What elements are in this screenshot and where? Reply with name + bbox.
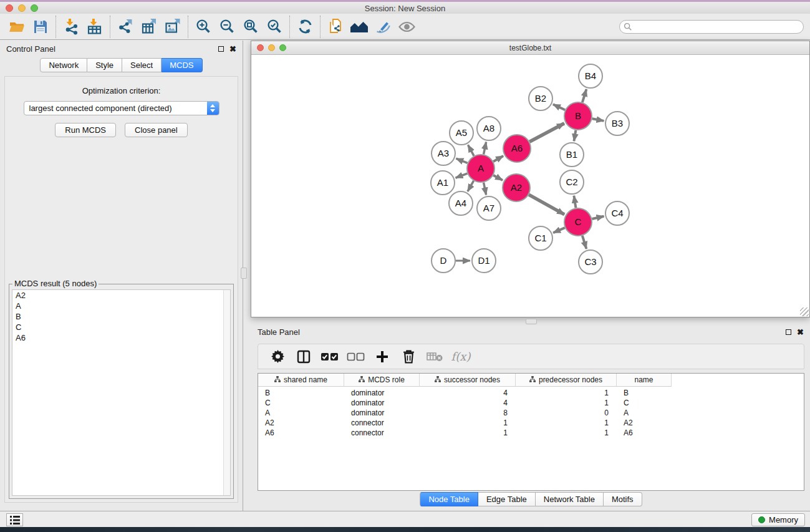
refresh-icon[interactable] (293, 16, 317, 37)
edge-C-C4[interactable] (592, 216, 604, 219)
close-panel-icon[interactable]: ✖ (797, 328, 804, 336)
column-header-successor-nodes[interactable]: successor nodes (420, 374, 516, 387)
memory-button[interactable]: Memory (751, 513, 805, 526)
table-cell: 1 (516, 418, 617, 428)
node-label: A7 (483, 203, 494, 213)
list-item[interactable]: A2 (12, 290, 230, 301)
splitter-handle-vertical[interactable] (241, 268, 247, 279)
run-mcds-button[interactable]: Run MCDS (55, 123, 116, 137)
edge-A-A7[interactable] (484, 183, 486, 195)
edge-C-C1[interactable] (553, 228, 565, 233)
table-row[interactable]: A2connector11A2 (258, 418, 804, 428)
edge-A-A2[interactable] (493, 175, 503, 180)
deselect-all-icon[interactable] (343, 346, 369, 367)
tab-network-table[interactable]: Network Table (536, 492, 604, 506)
float-panel-icon[interactable] (218, 46, 224, 52)
task-history-button[interactable] (6, 513, 23, 526)
table-row[interactable]: A6connector11A6 (258, 428, 804, 438)
scrollbar[interactable] (223, 290, 230, 495)
resize-grip[interactable] (800, 307, 809, 316)
tab-network[interactable]: Network (40, 58, 87, 72)
column-header-name[interactable]: name (617, 374, 672, 387)
edge-C-C3[interactable] (582, 236, 587, 249)
table-cell: A (258, 409, 344, 418)
export-image-icon[interactable] (161, 16, 185, 37)
edge-B-B2[interactable] (553, 104, 565, 110)
trash-icon[interactable] (395, 346, 422, 367)
save-session-icon[interactable] (29, 16, 52, 37)
column-header-predecessor-nodes[interactable]: predecessor nodes (516, 374, 617, 387)
tab-select[interactable]: Select (122, 58, 162, 72)
edge-A-A6[interactable] (493, 156, 503, 162)
list-item[interactable]: B (12, 311, 230, 322)
export-network-icon[interactable] (113, 16, 137, 37)
edge-A-A8[interactable] (484, 142, 486, 155)
column-selector-icon[interactable] (291, 346, 317, 367)
add-column-icon[interactable] (369, 346, 395, 367)
column-header-shared-name[interactable]: shared name (258, 374, 344, 387)
select-all-icon[interactable] (317, 346, 343, 367)
node-label: A1 (437, 177, 448, 188)
zoom-window-icon[interactable] (279, 44, 286, 51)
import-network-icon[interactable] (59, 16, 83, 37)
table-cell: dominator (344, 389, 420, 399)
zoom-out-icon[interactable] (215, 16, 239, 37)
table-row[interactable]: Cdominator41C (258, 399, 804, 409)
criterion-select[interactable]: largest connected component (directed) (24, 101, 219, 115)
function-builder-icon[interactable]: f(x) (448, 346, 474, 367)
node-label: B3 (612, 118, 623, 128)
close-panel-button[interactable]: Close panel (125, 123, 188, 137)
tab-mcds[interactable]: MCDS (162, 58, 202, 72)
edge-B-B3[interactable] (592, 118, 604, 121)
node-label: A8 (483, 123, 494, 133)
close-panel-icon[interactable]: ✖ (229, 45, 236, 53)
tab-edge-table[interactable]: Edge Table (478, 492, 536, 506)
node-label: D (440, 255, 447, 266)
mcds-result-title: MCDS result (5 nodes) (12, 279, 99, 288)
list-item[interactable]: A (12, 301, 230, 311)
hide-details-icon[interactable] (371, 16, 395, 37)
edge-A-A4[interactable] (468, 181, 474, 191)
tab-style[interactable]: Style (87, 58, 122, 72)
splitter-handle-horizontal[interactable] (526, 319, 537, 324)
network-window-titlebar[interactable]: testGlobe.txt (251, 41, 809, 55)
table-cell: A6 (258, 428, 344, 438)
list-item[interactable]: A6 (12, 332, 230, 343)
minimize-window-icon[interactable] (268, 44, 275, 51)
node-label: A2 (511, 182, 522, 193)
eye-icon[interactable] (395, 16, 418, 37)
delete-table-icon[interactable] (422, 346, 448, 367)
column-header-MCDS-role[interactable]: MCDS role (344, 374, 420, 387)
table-row[interactable]: Adominator80A (258, 409, 804, 418)
tab-motifs[interactable]: Motifs (604, 492, 642, 506)
houses-icon[interactable] (347, 16, 371, 37)
float-panel-icon[interactable] (786, 329, 791, 335)
import-table-icon[interactable] (83, 16, 107, 37)
edge-A-A1[interactable] (456, 173, 468, 178)
open-session-icon[interactable] (5, 16, 29, 37)
clone-network-icon[interactable] (324, 16, 347, 37)
gear-icon[interactable] (264, 346, 291, 367)
export-table-icon[interactable] (137, 16, 161, 37)
edge-A-A3[interactable] (456, 158, 467, 163)
table-body: Bdominator41BCdominator41CAdominator80AA… (258, 387, 804, 438)
toolbar-separator (110, 16, 110, 38)
list-item[interactable]: C (12, 322, 230, 332)
close-window-icon[interactable] (257, 44, 264, 51)
edge-A2-C[interactable] (529, 195, 564, 215)
zoom-selected-icon[interactable] (263, 16, 286, 37)
zoom-in-icon[interactable] (191, 16, 215, 37)
table-row[interactable]: Bdominator41B (258, 389, 804, 399)
zoom-fit-icon[interactable] (239, 16, 263, 37)
edge-B-B1[interactable] (574, 130, 576, 142)
edge-B-B4[interactable] (582, 89, 587, 102)
edge-C-C2[interactable] (574, 196, 576, 208)
search-input[interactable] (619, 20, 804, 34)
node-label: B2 (535, 93, 546, 104)
tab-node-table[interactable]: Node Table (420, 492, 478, 506)
edge-A-A5[interactable] (468, 145, 475, 155)
network-canvas[interactable]: B4B2BB3A8A5A6A3B1AC2A1A2A4A7C4CC1DD1C3 (251, 55, 809, 317)
edge-A6-B[interactable] (529, 123, 564, 142)
node-label: A6 (511, 143, 523, 153)
table-cell: 1 (516, 389, 617, 399)
